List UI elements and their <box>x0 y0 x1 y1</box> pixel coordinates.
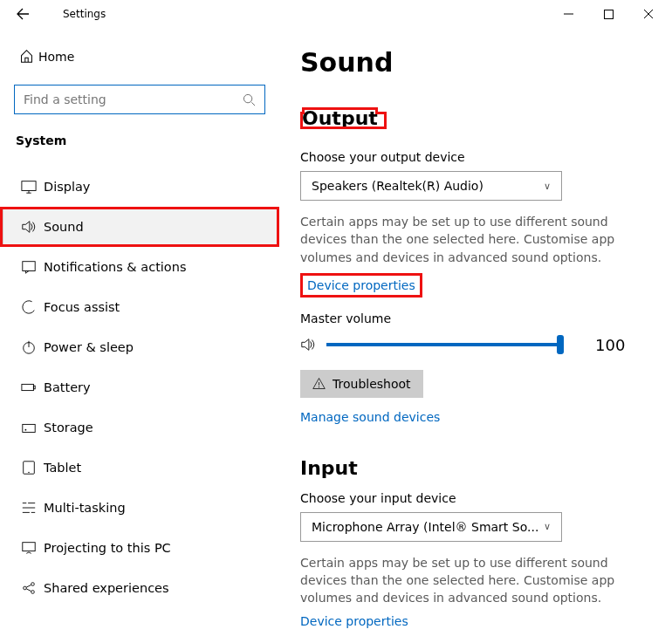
sidebar-item-projecting[interactable]: Projecting to this PC <box>0 528 279 568</box>
shared-icon <box>21 580 44 596</box>
input-section: Input Choose your input device Microphon… <box>300 448 656 628</box>
chevron-down-icon: ∨ <box>544 181 551 192</box>
input-device-properties-link[interactable]: Device properties <box>300 614 408 628</box>
sidebar-item-storage[interactable]: Storage <box>0 407 279 448</box>
sidebar-item-label: Projecting to this PC <box>44 541 171 555</box>
sidebar-item-battery[interactable]: Battery <box>0 367 279 407</box>
sidebar-item-label: Battery <box>44 380 91 394</box>
sidebar-section-system: System <box>0 130 279 156</box>
sidebar-item-shared-experiences[interactable]: Shared experiences <box>0 568 279 608</box>
page-title: Sound <box>300 47 656 78</box>
troubleshoot-label: Troubleshoot <box>333 377 411 391</box>
maximize-button[interactable] <box>588 0 628 28</box>
master-volume-value: 100 <box>595 336 625 354</box>
home-button[interactable]: Home <box>0 40 279 72</box>
output-device-properties-link[interactable]: Device properties <box>300 273 422 298</box>
svg-point-13 <box>31 583 35 586</box>
chevron-down-icon: ∨ <box>544 521 551 532</box>
output-device-select[interactable]: Speakers (Realtek(R) Audio) ∨ <box>300 171 562 201</box>
svg-point-8 <box>25 429 27 431</box>
sidebar-item-display[interactable]: Display <box>0 167 279 207</box>
input-heading: Input <box>300 457 358 479</box>
volume-icon[interactable] <box>300 337 323 352</box>
maximize-icon <box>604 10 614 19</box>
input-device-value: Microphone Array (Intel® Smart So... <box>312 520 538 534</box>
minimize-button[interactable] <box>548 0 588 28</box>
sidebar-item-multitasking[interactable]: Multi-tasking <box>0 488 279 528</box>
back-button[interactable] <box>16 7 42 21</box>
svg-rect-0 <box>604 10 613 18</box>
window-title: Settings <box>63 8 106 20</box>
output-description: Certain apps may be set up to use differ… <box>300 213 656 266</box>
search-input[interactable] <box>14 85 265 114</box>
svg-point-15 <box>319 386 319 387</box>
svg-rect-6 <box>33 386 35 389</box>
output-device-value: Speakers (Realtek(R) Audio) <box>312 179 483 193</box>
minimize-icon <box>564 10 573 19</box>
sidebar-item-label: Shared experiences <box>44 581 169 595</box>
troubleshoot-button[interactable]: Troubleshoot <box>300 370 423 398</box>
sidebar: Home System Display Sound Notificatio <box>0 28 279 643</box>
tablet-icon <box>21 460 44 475</box>
sidebar-item-label: Focus assist <box>44 300 120 314</box>
display-icon <box>21 179 44 195</box>
arrow-left-icon <box>16 7 30 21</box>
svg-point-14 <box>31 591 35 594</box>
svg-rect-5 <box>22 384 34 390</box>
main-pane: Sound Output Choose your output device S… <box>279 28 672 643</box>
focus-icon <box>21 299 44 315</box>
svg-rect-11 <box>23 543 35 551</box>
search-field[interactable] <box>24 92 243 106</box>
sidebar-item-label: Notifications & actions <box>44 260 186 274</box>
sidebar-item-label: Storage <box>44 421 93 434</box>
power-icon <box>21 339 44 355</box>
input-device-label: Choose your input device <box>300 491 656 505</box>
warning-icon <box>312 377 326 390</box>
sidebar-item-sound[interactable]: Sound <box>0 207 279 247</box>
svg-point-10 <box>28 472 29 473</box>
sidebar-item-notifications[interactable]: Notifications & actions <box>0 247 279 287</box>
svg-point-12 <box>24 586 27 590</box>
sidebar-item-label: Multi-tasking <box>44 501 126 515</box>
search-icon <box>243 93 256 106</box>
master-volume-slider[interactable] <box>326 343 560 346</box>
manage-sound-devices-link[interactable]: Manage sound devices <box>300 410 440 424</box>
sidebar-item-label: Tablet <box>44 461 81 475</box>
sidebar-item-power-sleep[interactable]: Power & sleep <box>0 327 279 367</box>
input-device-select[interactable]: Microphone Array (Intel® Smart So... ∨ <box>300 512 562 542</box>
output-heading: Output <box>302 107 378 129</box>
sidebar-item-label: Sound <box>44 220 84 234</box>
svg-rect-2 <box>22 181 36 191</box>
multitasking-icon <box>21 500 44 516</box>
battery-icon <box>21 380 44 395</box>
slider-fill <box>326 343 560 346</box>
notification-icon <box>21 259 44 275</box>
output-device-label: Choose your output device <box>300 150 656 164</box>
home-label: Home <box>38 50 74 64</box>
master-volume-label: Master volume <box>300 311 656 325</box>
input-description: Certain apps may be set up to use differ… <box>300 554 656 607</box>
sidebar-item-tablet[interactable]: Tablet <box>0 448 279 488</box>
slider-thumb[interactable] <box>557 335 564 354</box>
svg-point-1 <box>243 94 251 102</box>
storage-icon <box>21 420 44 435</box>
titlebar: Settings <box>0 0 672 28</box>
sidebar-item-label: Display <box>44 180 90 194</box>
sound-icon <box>21 219 44 235</box>
close-icon <box>643 9 654 19</box>
svg-rect-7 <box>23 424 35 432</box>
home-icon <box>19 49 38 64</box>
sidebar-item-focus-assist[interactable]: Focus assist <box>0 287 279 327</box>
projecting-icon <box>21 540 44 556</box>
close-button[interactable] <box>628 0 669 28</box>
svg-rect-3 <box>23 262 35 271</box>
output-section: Output Choose your output device Speaker… <box>300 99 656 424</box>
sidebar-item-label: Power & sleep <box>44 340 134 354</box>
